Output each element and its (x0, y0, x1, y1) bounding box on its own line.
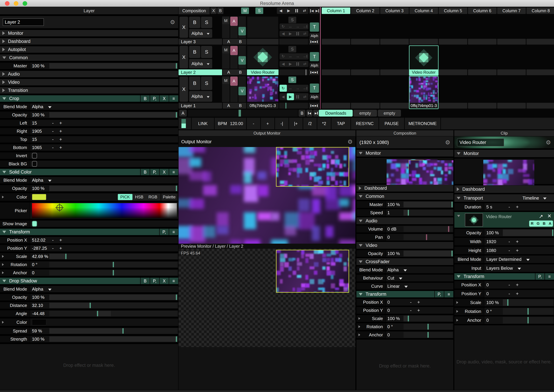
composition-monitor-button[interactable]: M (241, 7, 249, 14)
clip-name-label[interactable]: 0ffq7t4mp01-3 (247, 103, 278, 109)
decrement-button[interactable]: - (49, 128, 57, 134)
effect-button-x[interactable]: X (159, 95, 169, 102)
skip-back-icon[interactable]: ◀ (311, 40, 314, 43)
channel-button-a[interactable]: A (549, 221, 551, 226)
color-mode-tab-pick[interactable]: PICK (118, 194, 132, 200)
section-autopilot[interactable]: Autopilot (0, 46, 178, 53)
effect-button-x[interactable]: X (159, 169, 169, 175)
skip-forward-icon[interactable]: ▶ (315, 7, 320, 14)
slider-thumb[interactable] (507, 299, 508, 306)
layer-bypass-button[interactable]: B (189, 17, 200, 28)
expand-arrow-icon[interactable] (359, 317, 360, 320)
bpm-button-pause[interactable]: PAUSE (379, 118, 404, 129)
decrement-button[interactable]: - (506, 290, 513, 297)
skip-back-icon[interactable]: ◀ (311, 71, 314, 74)
composition-panel-tab[interactable]: Composition (356, 130, 453, 136)
section-video[interactable]: Video (0, 79, 178, 85)
slider-thumb[interactable] (97, 311, 98, 316)
slider-thumb[interactable] (451, 251, 453, 256)
picker-crosshair-icon[interactable] (56, 204, 62, 211)
empty-clip-slot[interactable] (497, 39, 526, 45)
loop-icon[interactable]: ↻ (280, 53, 287, 60)
decrement-button[interactable]: - (506, 203, 513, 211)
layer-name-label[interactable]: Layer 2 (179, 70, 222, 75)
dropdown[interactable]: Linear (387, 284, 408, 289)
layer-solo-button[interactable]: S (201, 46, 212, 58)
increment-button[interactable]: + (57, 136, 64, 143)
skip-forward-icon[interactable]: ▶ (315, 71, 318, 74)
layer-monitor-button[interactable]: M (222, 17, 229, 24)
slider-thumb[interactable] (122, 328, 124, 334)
crossfader-b-button[interactable]: B (239, 39, 242, 44)
section-audio[interactable]: Audio (0, 71, 178, 77)
dropdown[interactable]: Layer Determined (486, 257, 530, 262)
bpm-button--2[interactable]: *2 (317, 118, 331, 129)
shuffle-icon[interactable]: ⇄ (301, 31, 309, 37)
layer-transition-button[interactable]: T (310, 84, 319, 93)
slider-thumb[interactable] (527, 308, 529, 315)
slider-track[interactable] (49, 303, 178, 308)
clip-progress-bar[interactable] (279, 103, 308, 109)
slider-track[interactable] (403, 210, 453, 216)
close-window-icon[interactable] (5, 1, 9, 6)
increment-button[interactable]: + (513, 290, 521, 297)
clip-progress-bar[interactable] (279, 70, 308, 75)
decrement-button[interactable]: - (49, 245, 57, 252)
layer-name-label[interactable]: Layer 1 (179, 103, 222, 109)
drop-zone[interactable]: Drop effect or mask here. (0, 344, 178, 390)
checkbox-checked[interactable] (32, 221, 37, 227)
composition-bypass-button[interactable]: B (217, 7, 223, 14)
effect-button-p-[interactable]: P, (150, 169, 159, 175)
gear-icon[interactable]: ⚙ (170, 19, 175, 26)
skip-forward-icon[interactable]: ▶ (315, 40, 318, 43)
layer-blend-dropdown[interactable]: Alpha (189, 91, 212, 102)
color-swatch[interactable] (32, 319, 46, 325)
slider-thumb[interactable] (527, 317, 529, 323)
color-swatch[interactable] (32, 194, 46, 200)
composition-solo-button[interactable]: S (255, 7, 263, 14)
effect-button--[interactable]: ≡ (169, 229, 178, 235)
play-hold-icon[interactable]: → (301, 53, 309, 60)
decrement-button[interactable]: - (506, 247, 513, 254)
empty-clip-slot[interactable] (351, 103, 380, 109)
bounce-icon[interactable]: ↔ (287, 53, 294, 60)
pause-icon[interactable] (293, 7, 301, 14)
pause-icon[interactable] (294, 93, 301, 100)
effect-button-p-[interactable]: P, (159, 229, 169, 235)
slider-track[interactable] (503, 317, 553, 323)
slider-track[interactable] (403, 226, 453, 232)
color-mode-tab-hsb[interactable]: HSB (132, 194, 146, 200)
layer-clear-button[interactable]: X (180, 46, 188, 68)
empty-clip-slot[interactable] (380, 70, 409, 75)
layer-video-button[interactable]: V (238, 56, 246, 65)
shuffle-icon[interactable]: ⇄ (301, 93, 309, 100)
slider-track[interactable] (403, 316, 453, 321)
layer-transition-blend[interactable]: Alph (310, 33, 319, 39)
gear-icon[interactable]: ⚙ (445, 139, 450, 146)
slider-track[interactable] (49, 270, 178, 275)
expand-arrow-icon[interactable] (2, 196, 4, 198)
dropdown[interactable]: Layers Below (486, 266, 521, 271)
checkbox-unchecked[interactable] (32, 161, 37, 167)
dropdown[interactable]: Alpha (32, 178, 52, 183)
layer-clear-button[interactable]: X (180, 77, 188, 102)
effect-button-p-[interactable]: P, (150, 278, 159, 284)
crossfader-a-button[interactable]: A (227, 70, 230, 75)
section-dashboard[interactable]: Dashboard (454, 185, 554, 193)
slider-track[interactable] (503, 299, 553, 306)
clip-cell-active[interactable]: Video Router (409, 45, 438, 76)
bounce-icon[interactable]: ↔ (287, 23, 294, 29)
layer-name-label[interactable]: Layer 3 (179, 39, 222, 45)
drop-zone[interactable]: Drop effect or mask here. (356, 340, 453, 390)
increment-button[interactable]: + (513, 281, 521, 288)
empty-clip-slot[interactable] (526, 70, 554, 75)
clip-progress-bar[interactable] (279, 39, 308, 45)
slider-thumb[interactable] (408, 316, 409, 321)
layer-audio-button[interactable]: A (230, 17, 238, 26)
prev-column-icon[interactable]: ◀ (277, 7, 285, 14)
slider-track[interactable] (49, 112, 178, 118)
slider-thumb[interactable] (428, 332, 429, 338)
close-icon[interactable]: × (547, 212, 551, 220)
column-tab-3[interactable]: Column 3 (380, 7, 409, 14)
skip-forward-button[interactable]: ▶ (313, 110, 319, 117)
